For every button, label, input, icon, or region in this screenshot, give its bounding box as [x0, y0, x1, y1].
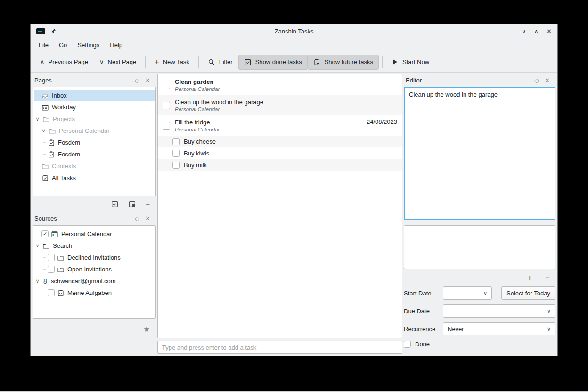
menu-help[interactable]: Help	[106, 40, 127, 50]
app-icon[interactable]	[36, 28, 45, 34]
source-item-open-invitations[interactable]: Open Invitations	[34, 263, 155, 275]
sidebar-item-label: Inbox	[52, 92, 67, 99]
checkbox-unchecked[interactable]	[48, 266, 55, 273]
done-checkbox[interactable]	[404, 341, 411, 348]
pin-icon[interactable]	[49, 28, 57, 35]
checkbox-unchecked[interactable]	[48, 254, 55, 261]
sidebar-item-contexts[interactable]: Contexts	[34, 160, 155, 172]
expander-icon[interactable]: ∨	[34, 240, 41, 252]
show-future-tasks-toggle[interactable]: Show future tasks	[308, 55, 379, 70]
source-item-search[interactable]: ∨ Search	[34, 240, 155, 252]
recurrence-label: Recurrence	[404, 326, 439, 333]
editor-dock-title: Editor	[406, 77, 531, 84]
task-row[interactable]: Fill the fridge Personal Calendar 24/08/…	[158, 115, 402, 136]
next-page-label: Next Page	[108, 58, 137, 65]
chevron-up-icon: ∧	[40, 59, 45, 65]
chevron-down-icon: ∨	[99, 59, 104, 65]
source-item-label: schwancarl@gmail.com	[51, 278, 115, 285]
source-item-personal-calendar[interactable]: ✓ Personal Calendar	[34, 228, 155, 240]
task-row[interactable]: Clean garden Personal Calendar	[158, 75, 402, 95]
add-project-icon[interactable]	[111, 200, 119, 208]
next-page-button[interactable]: ∨ Next Page	[94, 55, 142, 69]
done-label: Done	[415, 341, 430, 348]
start-now-button[interactable]: Start Now	[386, 55, 435, 69]
sidebar-item-workday[interactable]: Workday	[34, 101, 155, 113]
pages-tree: Inbox Workday	[33, 87, 156, 196]
subtask-row[interactable]: Buy kiwis	[158, 147, 402, 159]
expander-icon[interactable]: ∨	[40, 125, 47, 137]
source-item-label: Personal Calendar	[61, 230, 112, 237]
task-title: Buy milk	[184, 161, 207, 170]
task-subtitle: Personal Calendar	[175, 126, 362, 133]
titlebar[interactable]: Zanshin Tasks ∨ ∧ ✕	[31, 24, 557, 38]
sidebar-item-projects[interactable]: ∨ Projects	[34, 113, 155, 125]
remove-attachment-button[interactable]: −	[545, 274, 550, 282]
previous-page-button[interactable]: ∧ Previous Page	[34, 55, 94, 69]
source-item-meine-aufgaben[interactable]: Meine Aufgaben	[34, 287, 155, 299]
task-title: Fill the fridge	[175, 118, 362, 127]
task-checkbox[interactable]	[172, 150, 180, 157]
sidebar-item-inbox[interactable]: Inbox	[34, 90, 155, 101]
due-date-combobox[interactable]: ∨	[443, 304, 555, 318]
toolbar-separator	[382, 56, 383, 68]
desktop: Zanshin Tasks ∨ ∧ ✕ File	[0, 0, 588, 392]
add-context-icon[interactable]	[128, 200, 136, 208]
expander-icon[interactable]: ∨	[34, 113, 41, 125]
maximize-button[interactable]: ∧	[534, 28, 539, 34]
float-icon[interactable]: ◇	[531, 77, 542, 83]
task-row[interactable]: Clean up the wood in the garage Personal…	[158, 95, 402, 115]
search-icon	[208, 58, 215, 66]
expander-icon[interactable]: ∨	[34, 275, 41, 287]
close-icon[interactable]: ✕	[542, 77, 553, 83]
close-button[interactable]: ✕	[547, 28, 552, 34]
source-item-label: Search	[53, 242, 72, 249]
start-date-label: Start Date	[404, 290, 439, 297]
new-task-button[interactable]: + New Task	[149, 55, 195, 70]
task-checkbox[interactable]	[163, 82, 170, 89]
add-task-input[interactable]	[157, 341, 402, 354]
float-icon[interactable]: ◇	[132, 77, 142, 83]
sidebar-item-fosdem[interactable]: Fosdem	[34, 137, 155, 148]
menu-file[interactable]: File	[34, 40, 53, 50]
select-for-today-button[interactable]: Select for Today	[501, 286, 555, 300]
sources-tree: ✓ Personal Calendar ∨	[33, 225, 156, 318]
sidebar-item-personal-calendar[interactable]: ∨ Personal Calendar	[34, 125, 155, 137]
sidebar-item-all-tasks[interactable]: All Tasks	[34, 172, 155, 184]
add-attachment-button[interactable]: +	[527, 274, 532, 282]
menu-go[interactable]: Go	[55, 40, 71, 50]
task-checkbox[interactable]	[163, 122, 170, 130]
folder-icon	[42, 242, 50, 250]
toolbar-separator	[145, 56, 146, 68]
start-date-combobox[interactable]: ∨	[443, 286, 492, 300]
sidebar-item-label: Projects	[53, 115, 75, 122]
task-checkbox[interactable]	[163, 102, 170, 109]
minimize-button[interactable]: ∨	[522, 28, 526, 34]
checkbox-checked[interactable]: ✓	[41, 230, 49, 237]
close-icon[interactable]: ✕	[142, 77, 153, 83]
sidebar-item-fosdem[interactable]: Fosdem	[34, 148, 155, 160]
source-item-declined-invitations[interactable]: Declined Invitations	[34, 252, 155, 263]
task-notes-editor[interactable]	[404, 225, 555, 269]
close-icon[interactable]: ✕	[142, 215, 153, 221]
folder-icon	[57, 254, 65, 261]
pages-dock-header: Pages ◇ ✕	[33, 74, 156, 87]
subtask-row[interactable]: Buy cheese	[158, 136, 402, 147]
menu-settings[interactable]: Settings	[73, 40, 104, 50]
toolbar: ∧ Previous Page ∨ Next Page + New Task F…	[31, 52, 557, 73]
remove-page-icon[interactable]: −	[146, 201, 150, 208]
float-icon[interactable]: ◇	[132, 215, 142, 221]
subtask-row[interactable]: Buy milk	[158, 159, 402, 171]
task-checkbox[interactable]	[172, 138, 180, 145]
plus-icon: +	[155, 58, 159, 66]
sidebar-item-label: Contexts	[52, 163, 76, 170]
task-checkbox[interactable]	[172, 162, 180, 169]
filter-button[interactable]: Filter	[202, 55, 238, 70]
task-text-editor[interactable]: Clean up the wood in the garage	[404, 87, 555, 220]
source-item-gmail-account[interactable]: ∨ 8 schwancarl@gmail.com	[34, 275, 155, 287]
default-source-star-icon[interactable]: ★	[144, 325, 150, 334]
recurrence-combobox[interactable]: Never ∨	[443, 322, 555, 335]
checkbox-unchecked[interactable]	[48, 289, 55, 296]
sidebar-item-label: Personal Calendar	[59, 127, 110, 134]
editor-dock-header: Editor ◇ ✕	[404, 74, 555, 87]
show-done-tasks-toggle[interactable]: Show done tasks	[238, 55, 308, 70]
